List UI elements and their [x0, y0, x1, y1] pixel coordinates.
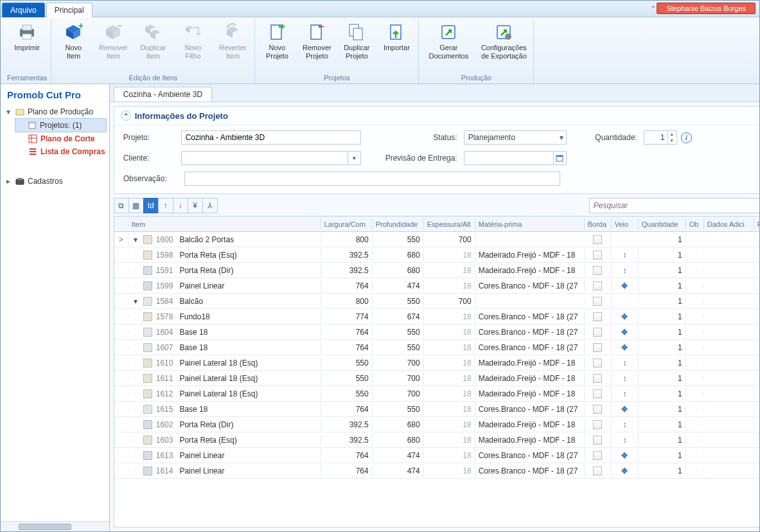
cell-dados[interactable] [704, 269, 754, 272]
ribbon-export-cfg[interactable]: Configuraçõesde Exportação [478, 19, 529, 62]
cell-profundidade[interactable]: 550 [373, 403, 424, 416]
cell-materia[interactable]: Cores.Branco - MDF - 18 (27 [475, 341, 585, 354]
cell-dados[interactable] [704, 238, 754, 242]
cell-quantidade[interactable]: 1 [639, 465, 686, 477]
cell-materia[interactable]: Madeirado.Freijó - MDF - 18 [475, 264, 585, 277]
calendar-icon[interactable] [553, 152, 566, 164]
table-row[interactable]: 1613Painel Linear76447418Cores.Branco - … [114, 448, 760, 463]
cell-dados[interactable] [704, 407, 754, 411]
borda-icon[interactable] [593, 343, 602, 352]
table-row[interactable]: 1615Base 1876455018Cores.Branco - MDF - … [114, 402, 760, 417]
cell-veio[interactable]: ↕ [612, 372, 639, 385]
table-row[interactable]: 1614Painel Linear76447418Cores.Branco - … [114, 463, 760, 479]
cell-espessura[interactable]: 18 [424, 403, 475, 416]
table-row[interactable]: 1591Porta Reta (Dir)392.568018Madeirado.… [114, 263, 760, 278]
items-grid[interactable]: Item Largura/Com Profundidade Espessura/… [114, 216, 760, 528]
spin-down-icon[interactable]: ▾ [667, 137, 676, 144]
col-profundidade[interactable]: Profundidade [373, 218, 424, 230]
ribbon-remove-item[interactable]: −RemoverItem [95, 19, 131, 62]
cell-largura[interactable]: 800 [321, 233, 373, 246]
cell-veio[interactable]: ↕ [612, 357, 639, 369]
cell-veio[interactable]: ↕ [612, 418, 639, 431]
ribbon-revert-item[interactable]: ReverterItem [215, 19, 251, 62]
cell-dados[interactable] [704, 377, 754, 380]
cell-profundidade[interactable]: 674 [373, 310, 424, 323]
cell-materia[interactable]: Madeirado.Freijó - MDF - 18 [475, 387, 585, 400]
cell-veio[interactable]: ✥ [612, 403, 639, 416]
table-row[interactable]: 1599Painel Linear76447418Cores.Branco - … [114, 278, 760, 294]
cell-quantidade[interactable]: 1 [639, 403, 686, 416]
cell-largura[interactable]: 800 [321, 295, 373, 308]
cell-quantidade[interactable]: 1 [639, 357, 686, 369]
cell-quantidade[interactable]: 1 [639, 434, 686, 447]
cell-quantidade[interactable]: 1 [639, 264, 686, 277]
cell-profundidade[interactable]: 700 [373, 387, 424, 400]
ribbon-gen-docs[interactable]: GerarDocumentos [423, 19, 474, 62]
cell-veio[interactable]: ↕ [612, 387, 639, 400]
cell-largura[interactable]: 550 [321, 387, 373, 400]
col-revis[interactable]: Revis [754, 218, 760, 230]
cell-largura[interactable]: 392.5 [321, 264, 373, 277]
tool-move-down[interactable]: ↓ [173, 198, 188, 213]
cell-materia[interactable] [475, 299, 585, 303]
table-row[interactable]: ▾1584Balcão8005507001 [114, 294, 760, 309]
borda-icon[interactable] [593, 389, 602, 398]
cell-profundidade[interactable]: 474 [373, 465, 424, 477]
borda-icon[interactable] [593, 251, 602, 260]
table-row[interactable]: 1610Painel Lateral 18 (Esq)55070018Madei… [114, 355, 760, 371]
cell-espessura[interactable]: 18 [424, 264, 475, 277]
ribbon-dup-item[interactable]: DuplicarItem [135, 19, 171, 62]
borda-icon[interactable] [593, 405, 602, 414]
ribbon-dup-proj[interactable]: DuplicarProjeto [339, 19, 375, 62]
cell-dados[interactable] [704, 361, 754, 365]
expand-caret-icon[interactable]: ▾ [132, 297, 139, 306]
cell-dados[interactable] [704, 423, 754, 427]
cell-materia[interactable] [475, 238, 585, 242]
cell-veio[interactable]: ✥ [612, 310, 639, 323]
project-info-header[interactable]: ⌃ Informações do Projeto [114, 107, 760, 125]
cell-espessura[interactable]: 700 [424, 295, 475, 308]
cell-largura[interactable]: 764 [321, 341, 373, 354]
tool-move-up[interactable]: ↑ [158, 198, 173, 213]
borda-icon[interactable] [593, 281, 602, 290]
cell-materia[interactable]: Madeirado.Freijó - MDF - 18 [475, 372, 585, 385]
cell-quantidade[interactable]: 1 [639, 279, 686, 292]
cell-profundidade[interactable]: 550 [373, 295, 424, 308]
col-materia[interactable]: Matéria-prima [475, 218, 585, 230]
cell-ob[interactable] [686, 377, 704, 380]
cell-espessura[interactable]: 18 [424, 465, 475, 477]
cell-profundidade[interactable]: 680 [373, 249, 424, 262]
col-largura[interactable]: Largura/Com [321, 218, 373, 230]
cell-quantidade[interactable]: 1 [639, 295, 686, 308]
cell-espessura[interactable]: 18 [424, 434, 475, 447]
cell-dados[interactable] [704, 346, 754, 350]
cell-veio[interactable] [612, 238, 639, 242]
tool-hierarchy[interactable]: ⅄ [202, 198, 218, 213]
cell-ob[interactable] [686, 423, 704, 427]
collapse-panel-icon[interactable]: ⌃ [121, 111, 131, 121]
user-badge[interactable]: Stephanie Biazus Borges [657, 3, 756, 14]
cell-largura[interactable]: 550 [321, 357, 373, 369]
cell-espessura[interactable]: 18 [424, 279, 475, 292]
cell-espessura[interactable]: 18 [424, 249, 475, 262]
cell-espessura[interactable]: 18 [424, 387, 475, 400]
cell-profundidade[interactable]: 700 [373, 357, 424, 369]
cell-veio[interactable]: ✥ [612, 341, 639, 354]
tree-projetos[interactable]: Projetos: (1) [15, 118, 107, 132]
cell-largura[interactable]: 764 [321, 465, 373, 477]
cell-ob[interactable] [686, 438, 704, 442]
menu-tab-arquivo[interactable]: Arquivo [2, 3, 45, 17]
cell-dados[interactable] [704, 438, 754, 442]
sidebar-hscrollbar[interactable] [1, 521, 109, 531]
cell-ob[interactable] [686, 361, 704, 365]
cell-largura[interactable]: 392.5 [321, 249, 373, 262]
projeto-input[interactable] [181, 130, 361, 145]
borda-icon[interactable] [593, 312, 602, 321]
cell-veio[interactable] [612, 299, 639, 303]
cell-veio[interactable]: ↕ [612, 434, 639, 447]
cell-materia[interactable]: Cores.Branco - MDF - 18 (27 [475, 465, 585, 477]
col-ob[interactable]: Ob [686, 218, 704, 230]
table-row[interactable]: 1598Porta Reta (Esq)392.568018Madeirado.… [114, 247, 760, 263]
cell-quantidade[interactable]: 1 [639, 418, 686, 431]
cell-veio[interactable]: ✥ [612, 449, 639, 462]
